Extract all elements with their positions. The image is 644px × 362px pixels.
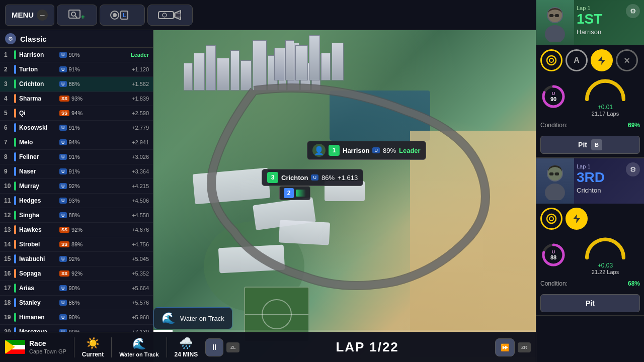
badge-8: U [59,154,67,160]
race-type: Race [29,339,66,348]
ff-controls: ⏩ ZR [495,338,531,356]
water-warning-overlay: 🌊 Water on Track [153,307,232,329]
harrison-settings-button[interactable]: ⚙ [626,4,640,18]
pct-17: 90% [69,285,88,291]
minus-icon[interactable]: – [37,10,48,21]
pit-label: Pit [578,141,587,149]
driver-row-12[interactable]: 12 Singha U 88% +4.558 [0,208,153,223]
pct-5: 94% [71,110,91,116]
harrison-card-name: Harrison [577,28,602,36]
driver-row-10[interactable]: 10 Murray U 92% +4.215 [0,179,153,194]
svg-marker-31 [573,214,580,223]
svg-rect-27 [555,172,559,175]
fast-forward-button[interactable]: ⏩ [495,338,515,356]
pct-18: 86% [69,300,88,306]
sun-icon: ☀️ [86,337,100,350]
pos-7: 7 [4,139,14,146]
harrison-tyre-button[interactable] [540,49,562,71]
harrison-lap-label: Lap 1 [577,5,602,11]
menu-button[interactable]: MENU – [5,5,54,26]
driver-row-5[interactable]: 5 Qi SS 94% +2.590 [0,106,153,121]
driver-row-17[interactable]: 17 Arias U 90% +5.664 [0,281,153,296]
harrison-condition-row: Condition: 69% [540,121,640,130]
harrison-pit-button[interactable]: Pit B [540,136,640,154]
color-bar-7 [14,138,16,147]
crichton-settings-button[interactable]: ⚙ [626,162,640,176]
crichton-delta: +0.03 [571,262,640,269]
forecast-weather: 🌧️ 24 MINS [175,337,198,358]
harrison-card-info: Lap 1 1ST Harrison [577,5,602,36]
crichton-map-badge: U [311,174,318,180]
driver-detail-panel: Lap 1 1ST Harrison ⚙ A × [536,0,644,362]
pct-19: 90% [69,314,88,320]
pct-2: 91% [69,66,88,72]
svg-point-13 [545,25,565,42]
lap-display: LAP 1/22 [336,339,398,354]
crichton-pit-button[interactable]: Pit [540,294,640,312]
harrison-laps: 21.17 Laps [571,111,640,117]
color-bar-5 [14,109,16,118]
driver-row-8[interactable]: 8 Fellner U 91% +3.026 [0,150,153,164]
name-15: Iwabuchi [19,255,59,262]
crichton-energy-button[interactable] [566,208,588,230]
pct-12: 88% [69,212,88,218]
svg-rect-11 [176,13,181,17]
pause-button[interactable]: ⏸ [205,338,223,356]
name-4: Sharma [19,95,59,102]
crichton-condition-value: 68% [628,280,640,287]
harrison-gauges: U 90 +0.01 21.17 Laps Condition: 69% [536,73,644,133]
harrison-position: 1ST [577,12,602,26]
pct-14: 89% [71,241,91,247]
svg-rect-15 [549,14,553,17]
crichton-tyre-button[interactable] [540,208,562,230]
camera-button[interactable] [147,5,193,26]
badge-19: U [59,314,67,320]
circuit-name: Cape Town GP [29,348,66,355]
name-13: Hawkes [19,226,59,233]
driver-row-7[interactable]: 7 Melo U 94% +2.941 [0,135,153,150]
gap-5: +2.590 [91,110,149,116]
pos-14: 14 [4,241,14,248]
gap-18: +5.576 [88,300,149,306]
driver-row-11[interactable]: 11 Hedges U 93% +4.506 [0,194,153,208]
camera-icon [157,8,183,22]
badge-6: U [59,125,67,131]
badge-14: SS [59,241,69,247]
water-weather-label: Water on Track [119,351,158,357]
harrison-energy-button[interactable] [591,49,613,71]
harrison-x-button[interactable]: × [616,49,638,71]
badge-15: U [59,256,67,262]
race-control-button[interactable]: L [100,5,145,26]
driver-row-19[interactable]: 19 Himanen U 90% +5.968 [0,310,153,325]
driver-row-1[interactable]: 1 Harrison U 90% Leader [0,48,153,62]
driver-row-6[interactable]: 6 Kosowski U 91% +2.779 [0,121,153,135]
pos-15: 15 [4,255,14,262]
view-zoom-button[interactable]: + [57,5,97,26]
svg-point-10 [163,13,167,17]
pos-6: 6 [4,124,14,131]
driver-row-2[interactable]: 2 Turton U 91% +1.120 [0,62,153,77]
driver-row-16[interactable]: 16 Sopaga SS 92% +5.352 [0,266,153,281]
rain-icon: 🌧️ [179,337,193,350]
crichton-map-gap: +1.613 [338,174,358,182]
driver-row-14[interactable]: 14 Strobel SS 89% +4.756 [0,237,153,252]
gap-19: +5.968 [88,314,149,320]
gap-12: +4.558 [88,212,149,218]
pos-17: 17 [4,285,14,292]
badge-11: U [59,198,67,204]
svg-marker-20 [598,56,605,65]
driver-row-3[interactable]: 3 Crichton U 88% +1.562 [0,77,153,92]
gap-13: +4.676 [91,227,149,233]
name-18: Stanley [19,299,59,306]
driver-row-18[interactable]: 18 Stanley U 86% +5.576 [0,296,153,310]
badge-13: SS [59,227,69,233]
zoom-icon: + [68,8,86,22]
name-19: Himanen [19,314,59,321]
driver-row-13[interactable]: 13 Hawkes SS 92% +4.676 [0,223,153,237]
harrison-map-badge: U [372,147,380,153]
harrison-a-button[interactable]: A [566,49,588,71]
driver-row-9[interactable]: 9 Naser U 91% +3.364 [0,164,153,179]
driver-row-4[interactable]: 4 Sharma SS 93% +1.839 [0,92,153,106]
driver-row-15[interactable]: 15 Iwabuchi U 92% +5.045 [0,252,153,266]
gap-11: +4.506 [88,198,149,204]
